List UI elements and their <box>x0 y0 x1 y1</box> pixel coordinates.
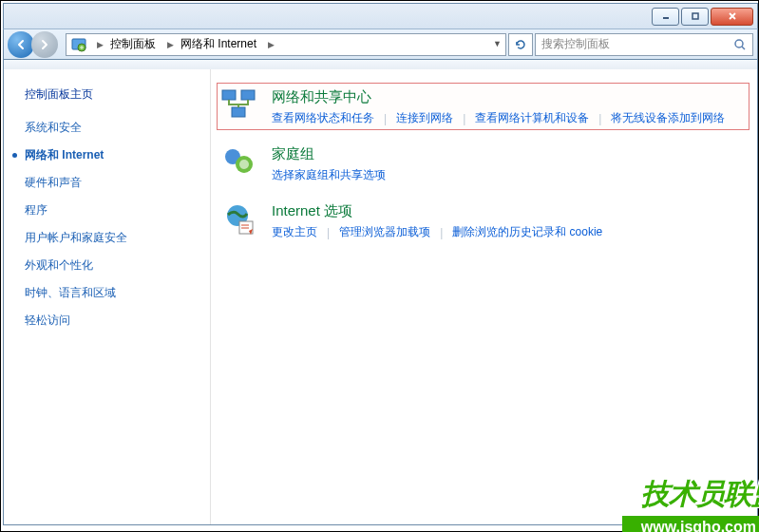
internet-options-icon <box>220 200 258 238</box>
sidebar-item-ease-of-access[interactable]: 轻松访问 <box>25 307 202 334</box>
svg-rect-6 <box>222 90 236 100</box>
sidebar-item-clock-language[interactable]: 时钟、语言和区域 <box>25 279 202 307</box>
sidebar-item-system-security[interactable]: 系统和安全 <box>25 114 202 142</box>
task-link[interactable]: 查看网络状态和任务 <box>272 110 374 126</box>
category-homegroup: 家庭组 选择家庭组和共享选项 <box>220 143 746 183</box>
control-panel-icon <box>70 36 87 53</box>
sidebar-item-network-internet[interactable]: 网络和 Internet <box>25 142 202 169</box>
task-link[interactable]: 删除浏览的历史记录和 cookie <box>452 224 602 240</box>
network-sharing-icon <box>220 86 258 124</box>
chevron-right-icon: ▶ <box>91 40 106 49</box>
sidebar-item-appearance[interactable]: 外观和个性化 <box>25 252 202 279</box>
sidebar-item-user-accounts[interactable]: 用户帐户和家庭安全 <box>25 224 202 252</box>
svg-point-4 <box>735 40 743 48</box>
address-bar: ▶ 控制面板 ▶ 网络和 Internet ▶ ▼ 搜索控制面板 <box>3 28 758 60</box>
control-panel-window: ▶ 控制面板 ▶ 网络和 Internet ▶ ▼ 搜索控制面板 <box>3 3 758 525</box>
svg-rect-7 <box>241 90 255 100</box>
svg-rect-8 <box>232 107 245 117</box>
sidebar-item-programs[interactable]: 程序 <box>25 197 202 224</box>
minimize-button[interactable] <box>652 8 679 26</box>
breadcrumb-segment[interactable]: 网络和 Internet <box>177 34 262 55</box>
main-pane: 网络和共享中心 查看网络状态和任务| 连接到网络| 查看网络计算机和设备| 将无… <box>211 69 757 524</box>
search-placeholder: 搜索控制面板 <box>541 36 610 52</box>
maximize-button[interactable] <box>681 8 709 26</box>
chevron-right-icon: ▶ <box>262 40 277 49</box>
svg-rect-1 <box>693 13 698 19</box>
task-link[interactable]: 连接到网络 <box>396 110 453 126</box>
breadcrumb-segment[interactable]: 控制面板 <box>106 34 161 55</box>
toolbar-strip <box>3 60 758 69</box>
search-icon <box>733 38 747 54</box>
homegroup-icon <box>220 143 258 181</box>
task-link[interactable]: 更改主页 <box>272 224 317 240</box>
svg-line-5 <box>742 47 745 49</box>
category-internet-options: Internet 选项 更改主页| 管理浏览器加载项| 删除浏览的历史记录和 c… <box>220 200 746 240</box>
sidebar: 控制面板主页 系统和安全 网络和 Internet 硬件和声音 程序 用户帐户和… <box>4 69 211 524</box>
task-link[interactable]: 将无线设备添加到网络 <box>611 110 725 126</box>
search-input[interactable]: 搜索控制面板 <box>535 33 753 56</box>
chevron-right-icon: ▶ <box>161 40 177 49</box>
window-titlebar <box>3 3 758 28</box>
breadcrumb[interactable]: ▶ 控制面板 ▶ 网络和 Internet ▶ ▼ <box>66 33 506 56</box>
forward-button[interactable] <box>31 31 58 58</box>
refresh-button[interactable] <box>508 33 533 56</box>
breadcrumb-dropdown[interactable]: ▼ <box>491 37 503 50</box>
close-button[interactable] <box>711 8 753 26</box>
task-link[interactable]: 管理浏览器加载项 <box>339 224 430 240</box>
sidebar-item-hardware-sound[interactable]: 硬件和声音 <box>25 169 202 197</box>
category-title[interactable]: Internet 选项 <box>272 202 602 220</box>
category-network-sharing: 网络和共享中心 查看网络状态和任务| 连接到网络| 查看网络计算机和设备| 将无… <box>217 83 750 130</box>
task-link[interactable]: 查看网络计算机和设备 <box>475 110 589 126</box>
sidebar-title[interactable]: 控制面板主页 <box>25 86 202 103</box>
category-title[interactable]: 家庭组 <box>272 145 386 163</box>
back-button[interactable] <box>8 31 34 58</box>
task-link[interactable]: 选择家庭组和共享选项 <box>272 167 386 183</box>
category-title[interactable]: 网络和共享中心 <box>272 88 725 106</box>
